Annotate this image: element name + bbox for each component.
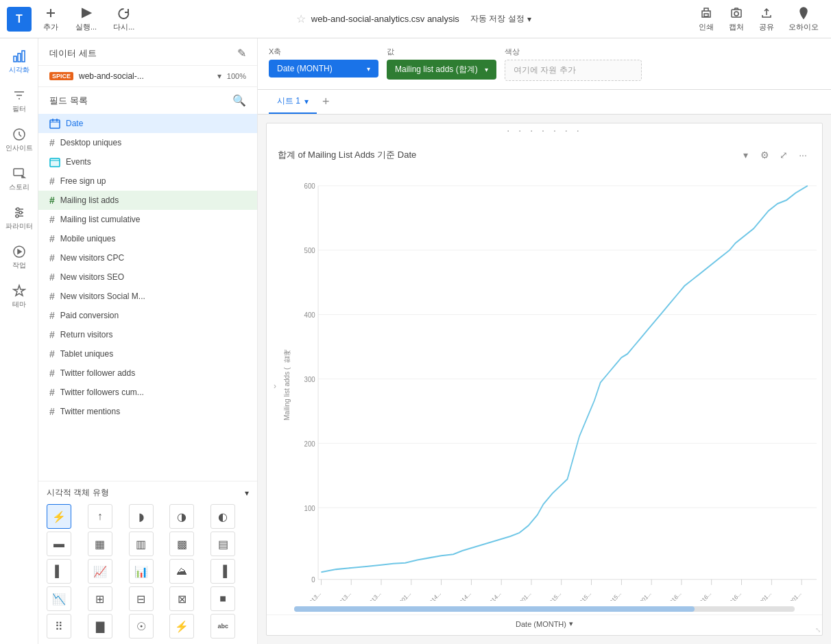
search-fields-button[interactable]: 🔍	[232, 94, 246, 107]
visual-type-auto[interactable]: ⚡	[47, 504, 71, 529]
run-button[interactable]: 실행...	[70, 3, 102, 35]
visual-type-waterfall[interactable]: ▤	[210, 532, 235, 556]
visual-type-gauge[interactable]: ◗	[129, 504, 154, 529]
color-drop-area[interactable]: 여기에 자원 추가	[505, 60, 642, 81]
visual-type-header[interactable]: 시각적 객체 유형 ▾	[47, 487, 249, 499]
visual-type-line2[interactable]: 📉	[47, 586, 71, 611]
svg-rect-10	[14, 169, 23, 176]
field-item-new-visitors-seo[interactable]: # New visitors SEO	[38, 267, 257, 287]
svg-rect-23	[50, 158, 60, 167]
visual-type-funnel[interactable]: ⠿	[47, 614, 71, 639]
nav-insight[interactable]: 인사이트	[0, 122, 38, 158]
add-button[interactable]: 추가	[37, 3, 64, 35]
visual-type-donut[interactable]: ◑	[169, 504, 194, 529]
svg-text:1월 1, 2016...: 1월 1, 2016...	[655, 589, 682, 601]
redo-button[interactable]: 다시...	[108, 3, 140, 35]
field-item-twitter-followers-cum[interactable]: # Twitter followers cum...	[38, 383, 257, 402]
dataset-row: SPICE web-and-social-... ▾ 100%	[38, 66, 257, 87]
chart-expand-left[interactable]: ›	[269, 171, 280, 601]
nav-action[interactable]: 작업	[0, 239, 38, 276]
svg-text:7월 1, 2015...: 7월 1, 2015...	[595, 589, 623, 601]
x-axis-field-pill[interactable]: Date (MONTH) ▾	[269, 60, 378, 77]
visual-type-grouped-bar[interactable]: ▦	[88, 532, 112, 556]
scrollbar-thumb[interactable]	[294, 606, 695, 612]
visual-type-pivot[interactable]: ⊟	[129, 586, 154, 611]
visual-type-stacked-bar[interactable]: ▥	[129, 532, 154, 556]
visual-type-kpi[interactable]: ↑	[88, 504, 112, 529]
chart-more-button[interactable]: ···	[795, 147, 811, 163]
chart-scrollbar[interactable]	[294, 606, 795, 612]
add-sheet-button[interactable]: +	[317, 92, 335, 112]
visual-type-filled-map[interactable]: ☉	[129, 614, 154, 639]
chart-collapse-button[interactable]: ▾	[737, 147, 754, 163]
chart-expand-button[interactable]: ⤢	[775, 147, 792, 163]
number-field-icon9: #	[49, 310, 55, 321]
sheet-tabs: 시트 1 ▾ +	[258, 90, 831, 115]
dataset-dropdown[interactable]: ▾	[217, 71, 221, 81]
visual-type-heat[interactable]: ⊠	[169, 586, 194, 611]
nav-parameter[interactable]: 파라미터	[0, 200, 38, 237]
nav-theme[interactable]: 테마	[0, 278, 38, 315]
color-label: 색상	[505, 47, 642, 57]
print-button[interactable]: 인쇄	[692, 3, 720, 35]
field-item-mailing-list-adds[interactable]: # Mailing list adds	[38, 191, 257, 210]
visual-type-custom[interactable]: ⚡	[169, 614, 194, 639]
favorite-icon[interactable]: ☆	[296, 12, 306, 25]
field-item-paid-conversion[interactable]: # Paid conversion	[38, 306, 257, 325]
svg-text:200: 200	[304, 439, 315, 448]
field-item-events[interactable]: Events	[38, 152, 257, 171]
chart-resize-handle[interactable]: ⤡	[815, 626, 821, 634]
visual-type-treemap[interactable]: ■	[210, 586, 235, 611]
nav-visualization[interactable]: 시각화	[0, 44, 38, 80]
field-item-new-visitors-cpc[interactable]: # New visitors CPC	[38, 248, 257, 267]
visual-type-bar-line[interactable]: 📊	[129, 559, 154, 584]
visual-type-stacked100[interactable]: ▩	[169, 532, 194, 556]
field-item-mobile-uniques[interactable]: # Mobile uniques	[38, 229, 257, 248]
sheet-tab-dropdown: ▾	[304, 97, 309, 106]
field-item-desktop-uniques[interactable]: # Desktop uniques	[38, 133, 257, 152]
dataset-name: web-and-social-...	[79, 71, 212, 81]
visual-type-line[interactable]: 📈	[88, 559, 112, 584]
visual-type-vbar[interactable]: ▌	[47, 559, 71, 584]
capture-button[interactable]: 캡처	[723, 3, 750, 35]
field-item-return-visitors[interactable]: # Return visitors	[38, 325, 257, 344]
field-item-free-signup[interactable]: # Free sign up	[38, 171, 257, 191]
drag-handle[interactable]: · · · · · · ·	[267, 123, 822, 139]
nav-story[interactable]: 스토리	[0, 161, 38, 198]
field-item-tablet-uniques[interactable]: # Tablet uniques	[38, 344, 257, 363]
svg-text:7월 1, 2014...: 7월 1, 2014...	[474, 589, 502, 601]
edit-dataset-button[interactable]: ✎	[237, 47, 246, 60]
svg-point-5	[734, 12, 738, 16]
visual-type-hbar[interactable]: ▬	[47, 532, 71, 556]
svg-text:4월 1, 2013...: 4월 1, 2013...	[324, 589, 352, 601]
visual-type-insight-text[interactable]: abc	[210, 614, 235, 639]
chart-settings-button[interactable]: ⚙	[756, 147, 773, 163]
svg-text:600: 600	[304, 181, 315, 190]
field-item-mailing-list-cumulative[interactable]: # Mailing list cumulative	[38, 210, 257, 229]
field-item-new-visitors-social[interactable]: # New visitors Social M...	[38, 287, 257, 306]
sidebar-header-actions: ✎	[237, 47, 246, 60]
visual-type-area[interactable]: ⛰	[169, 559, 194, 584]
svg-text:10월 1, 201...: 10월 1, 201...	[745, 589, 773, 601]
visual-type-table[interactable]: ⊞	[88, 586, 112, 611]
field-item-twitter-follower-adds[interactable]: # Twitter follower adds	[38, 363, 257, 383]
visual-type-scatter[interactable]: ▐	[210, 559, 235, 584]
chart-line-svg: 600 500 400 300 200 100 0	[294, 171, 817, 601]
svg-text:7월 1, 2016...: 7월 1, 2016...	[715, 589, 743, 601]
field-item-date[interactable]: Date	[38, 114, 257, 133]
auto-save-button[interactable]: 자동 저장 설정 ▾	[465, 10, 537, 27]
share-button[interactable]: 공유	[753, 3, 780, 35]
location-button[interactable]: 오하이오	[783, 3, 824, 35]
visual-type-histogram[interactable]: ▇	[88, 614, 112, 639]
value-field-pill[interactable]: Mailing list adds (합계) ▾	[387, 60, 496, 80]
x-axis-bottom-label[interactable]: Date (MONTH) ▾	[516, 619, 573, 628]
nav-filter[interactable]: 필터	[0, 83, 38, 119]
visual-type-pie[interactable]: ◐	[210, 504, 235, 529]
app-logo: T	[7, 7, 32, 32]
main-content: X축 Date (MONTH) ▾ 값 Mailing list adds (합…	[258, 38, 831, 644]
svg-text:4월 1, 2015...: 4월 1, 2015...	[565, 589, 592, 601]
sheet-tab-1[interactable]: 시트 1 ▾	[269, 90, 317, 114]
chart-controls: ▾ ⚙ ⤢ ···	[737, 147, 811, 163]
field-item-twitter-mentions[interactable]: # Twitter mentions	[38, 402, 257, 421]
svg-rect-7	[18, 53, 21, 62]
